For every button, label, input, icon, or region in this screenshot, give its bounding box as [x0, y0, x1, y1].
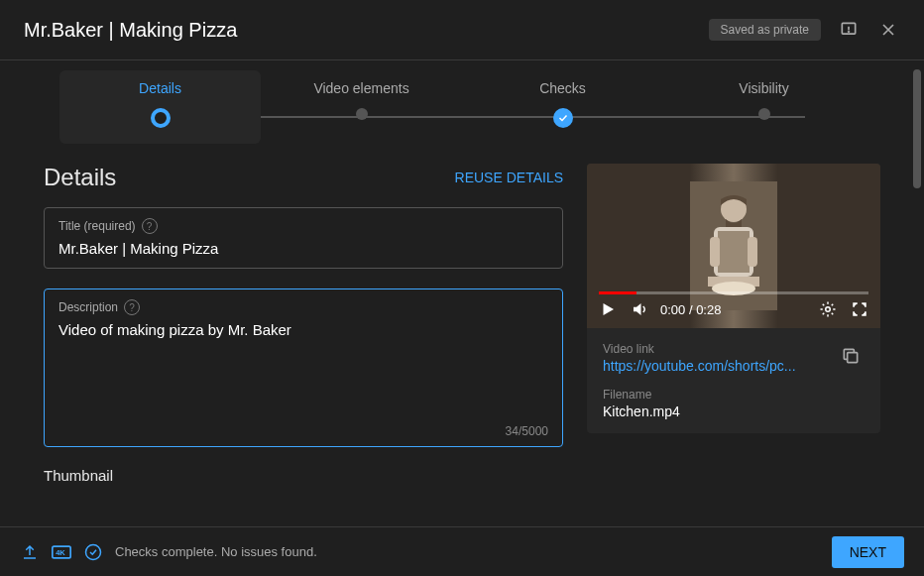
scrollbar[interactable] — [913, 69, 921, 188]
section-title: Details — [44, 164, 116, 191]
step-visibility[interactable]: Visibility — [663, 80, 865, 144]
description-field[interactable]: Description ? 34/5000 — [44, 288, 563, 447]
step-details[interactable]: Details — [59, 70, 261, 144]
link-row: Video link https://youtube.com/shorts/pc… — [603, 342, 865, 374]
title-label: Title (required) ? — [58, 218, 548, 234]
video-meta: Video link https://youtube.com/shorts/pc… — [587, 328, 880, 433]
right-column: 0:00 / 0:28 Video link https://youtube.c… — [587, 164, 880, 545]
footer-status: 4K Checks complete. No issues found. — [20, 542, 317, 562]
description-label: Description ? — [58, 299, 548, 315]
header-actions: Saved as private — [709, 18, 900, 42]
video-player[interactable]: 0:00 / 0:28 — [587, 164, 880, 328]
help-icon[interactable]: ? — [124, 299, 140, 315]
video-time: 0:00 / 0:28 — [660, 302, 721, 317]
help-icon[interactable]: ? — [142, 218, 158, 234]
svg-text:4K: 4K — [56, 548, 65, 557]
step-dot-check — [553, 108, 573, 128]
svg-rect-5 — [718, 231, 750, 273]
section-head: Details REUSE DETAILS — [44, 164, 563, 191]
reuse-details-button[interactable]: REUSE DETAILS — [455, 170, 563, 185]
video-preview-card: 0:00 / 0:28 Video link https://youtube.c… — [587, 164, 880, 433]
fullscreen-icon[interactable] — [849, 298, 870, 320]
title-input[interactable] — [58, 240, 548, 257]
step-dot-active — [151, 108, 171, 128]
svg-point-10 — [826, 307, 831, 312]
stepper: Details Video elements Checks Visibility — [0, 60, 924, 154]
svg-rect-8 — [710, 237, 720, 267]
step-video-elements[interactable]: Video elements — [261, 80, 462, 144]
left-column: Details REUSE DETAILS Title (required) ?… — [44, 164, 563, 545]
filename-label: Filename — [603, 388, 865, 402]
main-content: Details REUSE DETAILS Title (required) ?… — [0, 154, 924, 555]
video-link[interactable]: https://youtube.com/shorts/pc... — [603, 358, 796, 374]
description-input[interactable] — [58, 321, 548, 410]
upload-icon — [20, 542, 40, 562]
dialog-header: Mr.Baker | Making Pizza Saved as private — [0, 0, 924, 60]
volume-icon[interactable] — [629, 298, 650, 320]
close-icon[interactable] — [876, 18, 900, 42]
next-button[interactable]: NEXT — [832, 536, 904, 568]
play-icon[interactable] — [597, 298, 619, 320]
thumbnail-heading: Thumbnail — [44, 467, 563, 484]
dialog-title: Mr.Baker | Making Pizza — [24, 19, 237, 42]
filename-row: Filename Kitchen.mp4 — [603, 388, 865, 419]
copy-icon[interactable] — [841, 346, 865, 370]
saved-pill: Saved as private — [709, 19, 821, 41]
svg-rect-9 — [748, 237, 757, 267]
link-label: Video link — [603, 342, 796, 356]
svg-rect-11 — [848, 353, 858, 363]
filename-value: Kitchen.mp4 — [603, 403, 865, 419]
video-controls: 0:00 / 0:28 — [587, 290, 880, 328]
status-text: Checks complete. No issues found. — [115, 544, 317, 559]
title-field[interactable]: Title (required) ? — [44, 207, 563, 269]
svg-point-1 — [849, 31, 850, 32]
check-circle-icon — [83, 542, 103, 562]
char-counter: 34/5000 — [506, 424, 548, 438]
step-checks[interactable]: Checks — [462, 80, 663, 144]
hd-icon: 4K — [52, 542, 71, 562]
step-dot — [758, 108, 770, 120]
svg-point-14 — [86, 544, 101, 559]
footer: 4K Checks complete. No issues found. NEX… — [0, 526, 924, 576]
settings-icon[interactable] — [817, 298, 839, 320]
feedback-icon[interactable] — [837, 18, 861, 42]
step-dot — [356, 108, 368, 120]
